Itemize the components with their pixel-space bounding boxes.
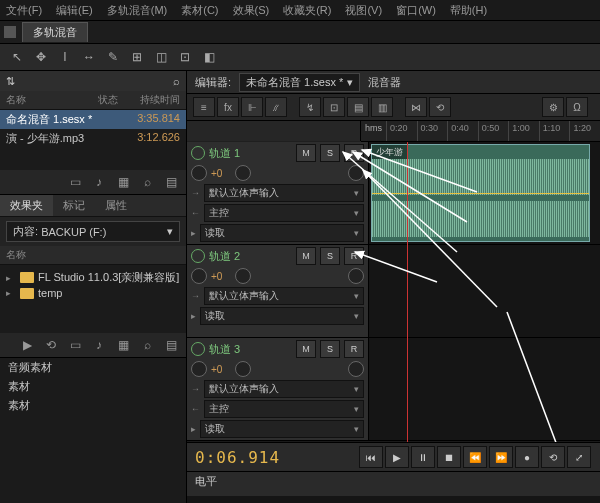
menu-window[interactable]: 窗口(W) (396, 3, 436, 18)
mute-button[interactable]: M (296, 340, 316, 358)
track-name[interactable]: 轨道 2 (209, 249, 292, 264)
tb-eq-icon[interactable]: ⫽ (265, 97, 287, 117)
tb-c-icon[interactable]: ▤ (347, 97, 369, 117)
tb-headphone-icon[interactable]: Ω (566, 97, 588, 117)
track-lane[interactable] (369, 245, 600, 337)
import-icon[interactable]: ▭ (66, 337, 84, 353)
new-file-icon[interactable]: ▭ (66, 174, 84, 190)
input-dropdown[interactable]: 默认立体声输入▾ (204, 184, 364, 202)
menu-file[interactable]: 文件(F) (6, 3, 42, 18)
tb-snap-icon[interactable]: ⋈ (405, 97, 427, 117)
volume-value[interactable]: +0 (211, 271, 231, 282)
col-name[interactable]: 名称 (6, 93, 91, 107)
search-icon[interactable]: ⌕ (173, 75, 180, 87)
track-name[interactable]: 轨道 3 (209, 342, 292, 357)
power-icon[interactable] (191, 146, 205, 160)
extra-knob[interactable] (348, 268, 364, 284)
tb-a-icon[interactable]: ↯ (299, 97, 321, 117)
mute-button[interactable]: M (296, 144, 316, 162)
pan-knob[interactable] (235, 361, 251, 377)
mute-button[interactable]: M (296, 247, 316, 265)
forward-button[interactable]: ⏩ (489, 446, 513, 468)
tb-b-icon[interactable]: ⊡ (323, 97, 345, 117)
tool-razor-icon[interactable]: I (56, 48, 74, 66)
tb-d-icon[interactable]: ▥ (371, 97, 393, 117)
audio2-icon[interactable]: ♪ (90, 337, 108, 353)
skip-button[interactable]: ⤢ (567, 446, 591, 468)
tool-panelb-icon[interactable]: ⊡ (176, 48, 194, 66)
tool-grid-icon[interactable]: ⊞ (128, 48, 146, 66)
audio-clip[interactable]: 少年游 (371, 144, 590, 242)
power-icon[interactable] (191, 342, 205, 356)
time-ruler[interactable]: hms 0:20 0:30 0:40 0:50 1:00 1:10 1:20 (361, 121, 600, 142)
automation-dropdown[interactable]: 读取▾ (200, 224, 364, 242)
go-start-button[interactable]: ⏮ (359, 446, 383, 468)
tab-markers[interactable]: 标记 (53, 195, 95, 216)
col-duration[interactable]: 持续时间 (125, 93, 180, 107)
tool-slip-icon[interactable]: ↔ (80, 48, 98, 66)
audio-icon[interactable]: ♪ (90, 174, 108, 190)
tool-brush-icon[interactable]: ✎ (104, 48, 122, 66)
loop-icon[interactable]: ⟲ (42, 337, 60, 353)
track-lane[interactable] (369, 338, 600, 440)
record-button[interactable]: ● (515, 446, 539, 468)
volume-knob[interactable] (191, 268, 207, 284)
mixer-tab[interactable]: 混音器 (368, 75, 401, 90)
menu-edit[interactable]: 编辑(E) (56, 3, 93, 18)
input-dropdown[interactable]: 默认立体声输入▾ (204, 287, 364, 305)
search2-icon[interactable]: ⌕ (138, 174, 156, 190)
markers2-icon[interactable]: ▦ (114, 337, 132, 353)
tb-sends-icon[interactable]: ⊩ (241, 97, 263, 117)
sort-icon[interactable]: ⇅ (6, 75, 15, 88)
tree-item[interactable]: temp (6, 286, 180, 300)
tab-properties[interactable]: 属性 (95, 195, 137, 216)
list-item[interactable]: 素材 (0, 377, 186, 396)
file-row[interactable]: 演 - 少年游.mp3 3:12.626 (0, 129, 186, 148)
volume-value[interactable]: +0 (211, 168, 231, 179)
output-dropdown[interactable]: 主控▾ (204, 204, 364, 222)
volume-knob[interactable] (191, 165, 207, 181)
pan-knob[interactable] (235, 165, 251, 181)
stop-button[interactable]: ⏹ (437, 446, 461, 468)
output-dropdown[interactable]: 主控▾ (204, 400, 364, 418)
tree-item[interactable]: FL Studio 11.0.3[亲测兼容版] (6, 269, 180, 286)
playhead[interactable] (407, 142, 408, 442)
tab-effects-rack[interactable]: 效果夹 (0, 195, 53, 216)
tool-move-icon[interactable]: ✥ (32, 48, 50, 66)
list-item[interactable]: 素材 (0, 396, 186, 415)
track-name[interactable]: 轨道 1 (209, 146, 292, 161)
trash-icon[interactable]: ▤ (162, 174, 180, 190)
play-button[interactable]: ▶ (385, 446, 409, 468)
volume-value[interactable]: +0 (211, 364, 231, 375)
automation-dropdown[interactable]: 读取▾ (200, 420, 364, 438)
tb-fx-icon[interactable]: fx (217, 97, 239, 117)
record-button[interactable]: R (344, 340, 364, 358)
session-dropdown[interactable]: 未命名混音 1.sesx * ▾ (239, 73, 360, 92)
solo-button[interactable]: S (320, 247, 340, 265)
workspace-tab-multitrack[interactable]: 多轨混音 (22, 22, 88, 42)
trash2-icon[interactable]: ▤ (162, 337, 180, 353)
record-button[interactable]: R (344, 247, 364, 265)
tool-select-icon[interactable]: ↖ (8, 48, 26, 66)
content-dropdown[interactable]: 内容: BACKUP (F:) ▾ (6, 221, 180, 242)
automation-dropdown[interactable]: 读取▾ (200, 307, 364, 325)
search3-icon[interactable]: ⌕ (138, 337, 156, 353)
levels-panel-tab[interactable]: 电平 (187, 471, 600, 496)
tool-panela-icon[interactable]: ◫ (152, 48, 170, 66)
track-lane[interactable]: 少年游 (369, 142, 600, 244)
solo-button[interactable]: S (320, 340, 340, 358)
rewind-button[interactable]: ⏪ (463, 446, 487, 468)
pan-knob[interactable] (235, 268, 251, 284)
loop-button[interactable]: ⟲ (541, 446, 565, 468)
markers-icon[interactable]: ▦ (114, 174, 132, 190)
volume-envelope[interactable] (372, 193, 589, 194)
menu-multitrack[interactable]: 多轨混音(M) (107, 3, 168, 18)
list-item[interactable]: 音频素材 (0, 358, 186, 377)
power-icon[interactable] (191, 249, 205, 263)
timecode-display[interactable]: 0:06.914 (195, 448, 280, 467)
tool-panelc-icon[interactable]: ◧ (200, 48, 218, 66)
menu-view[interactable]: 视图(V) (345, 3, 382, 18)
menu-effects[interactable]: 效果(S) (233, 3, 270, 18)
menu-help[interactable]: 帮助(H) (450, 3, 487, 18)
file-row[interactable]: 命名混音 1.sesx * 3:35.814 (0, 110, 186, 129)
